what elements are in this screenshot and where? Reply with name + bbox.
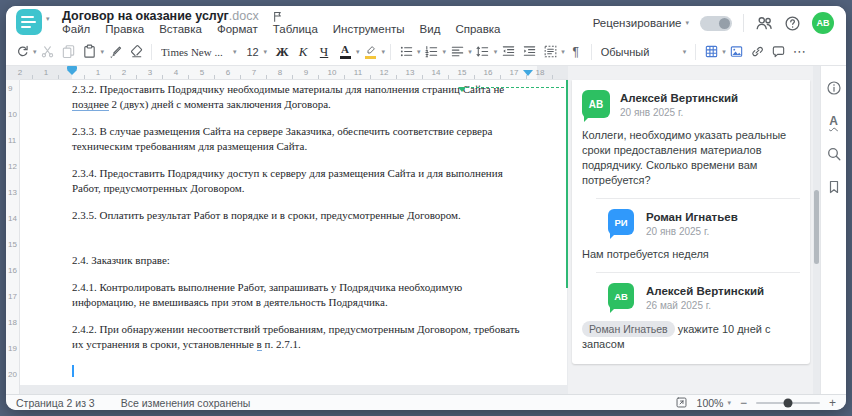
zoom-slider-handle[interactable] [783, 398, 792, 407]
format-painter-button[interactable] [105, 41, 125, 63]
comment-avatar: АВ [582, 90, 610, 118]
highlight-caret-icon[interactable]: ▾ [382, 48, 386, 56]
insert-image-button[interactable] [727, 41, 747, 63]
paste-button[interactable] [80, 41, 100, 63]
align-caret-icon[interactable]: ▾ [468, 48, 472, 56]
font-color-caret-icon[interactable]: ▾ [356, 48, 360, 56]
copy-button[interactable] [59, 41, 79, 63]
pilcrow-button[interactable]: ¶ [566, 41, 586, 63]
line-spacing-button[interactable] [473, 41, 493, 63]
zoom-slider[interactable] [756, 402, 820, 404]
insert-table-button[interactable] [701, 41, 721, 63]
menu-item[interactable]: Справка [455, 23, 500, 35]
page-indicator[interactable]: Страница 2 из 3 [16, 397, 95, 409]
highlight-button[interactable] [361, 41, 381, 63]
user-avatar[interactable]: АВ [812, 12, 834, 34]
help-icon[interactable] [784, 15, 801, 32]
font-family-select[interactable]: Times New ...▾ [157, 41, 241, 63]
ruler-number: 5 [200, 68, 204, 77]
menu-item[interactable]: Вставка [159, 23, 202, 35]
ruler-number: 9 [8, 84, 12, 93]
paragraph: 2.3.3. В случае размещения Сайта на серв… [72, 124, 558, 154]
zoom-level-select[interactable]: 100% ▾ [697, 397, 731, 409]
reply-author: Роман Игнатьев [646, 209, 738, 223]
ruler-number: 8 [278, 68, 282, 77]
paragraph: 2.4. Заказчик вправе: [72, 253, 558, 268]
paragraph-empty [72, 364, 558, 379]
insert-table-caret-icon[interactable]: ▾ [722, 48, 726, 56]
right-indent-marker[interactable] [523, 70, 533, 76]
paragraph-style-select[interactable]: Обычный▾ [597, 41, 691, 63]
flag-icon[interactable] [271, 10, 284, 23]
tracked-change: позднее [72, 98, 109, 111]
align-button[interactable] [447, 41, 467, 63]
toolbar: ▾ ▾ Times New ...▾ 12▾ Ж К Ч А ▾ ▾ [6, 38, 846, 66]
logo-menu-caret-icon[interactable]: ▾ [46, 15, 50, 23]
ruler-number: 12 [380, 68, 389, 77]
review-mode-select[interactable]: Рецензирование ▾ [593, 17, 689, 29]
ruler-number: 7 [252, 68, 256, 77]
clear-formatting-button[interactable] [126, 41, 146, 63]
menu-item[interactable]: Вид [420, 23, 441, 35]
menu-item[interactable]: Правка [105, 23, 144, 35]
document-page[interactable]: 2.3.2. Предоставить Подрядчику необходим… [20, 80, 567, 385]
mention-pill[interactable]: Роман Игнатьев [582, 321, 675, 337]
font-color-button[interactable]: А [335, 41, 355, 63]
vertical-ruler[interactable]: 91011121314151617181920 [6, 80, 20, 394]
right-sidebar: А [820, 66, 846, 394]
underline-button[interactable]: Ч [314, 41, 334, 63]
bullet-list-caret-icon[interactable]: ▾ [417, 48, 421, 56]
paragraph-settings-caret-icon[interactable]: ▾ [561, 48, 565, 56]
menu-bar: ФайлПравкаВставкаФорматТаблицаИнструмент… [62, 23, 501, 35]
title-bar: ▾ Договор на оказание услуг.docx ФайлПра… [6, 6, 846, 38]
search-icon[interactable] [824, 144, 844, 164]
info-icon[interactable] [824, 78, 844, 98]
paste-caret-icon[interactable]: ▾ [101, 48, 105, 56]
reply-avatar: РИ [608, 209, 634, 235]
ruler-number: 17 [510, 68, 519, 77]
numbered-list-button[interactable] [422, 41, 442, 63]
line-spacing-caret-icon[interactable]: ▾ [494, 48, 498, 56]
menu-item[interactable]: Таблица [273, 23, 318, 35]
spellcheck-icon[interactable]: А [824, 111, 844, 131]
fit-page-icon[interactable] [675, 396, 688, 409]
ruler-number: 18 [8, 318, 17, 327]
collaboration-icon[interactable] [755, 14, 773, 32]
review-toggle[interactable] [700, 16, 732, 31]
horizontal-ruler[interactable]: 21 123456789101112131415161718 [20, 66, 572, 80]
ruler-number: 17 [8, 292, 17, 301]
paragraph: 2.3.5. Оплатить результат Работ в порядк… [72, 208, 558, 223]
menu-item[interactable]: Инструменты [333, 23, 405, 35]
undo-button[interactable] [12, 41, 32, 63]
divider [596, 272, 800, 273]
zoom-in-button[interactable]: + [829, 397, 836, 409]
paragraph-settings-button[interactable] [540, 41, 560, 63]
comment-thread[interactable]: АВ Алексей Вертинский 20 янв 2025 г. Кол… [572, 80, 810, 364]
bold-button[interactable]: Ж [272, 41, 292, 63]
more-tools-button[interactable]: ⋯ [790, 41, 810, 63]
font-size-select[interactable]: 12▾ [242, 41, 272, 63]
ruler-number: 10 [328, 68, 337, 77]
indent-marker[interactable] [67, 66, 77, 75]
zoom-out-button[interactable]: − [740, 397, 747, 409]
ruler-number: 19 [8, 344, 17, 353]
bullet-list-button[interactable] [396, 41, 416, 63]
insert-comment-button[interactable] [769, 41, 789, 63]
numbered-list-caret-icon[interactable]: ▾ [443, 48, 447, 56]
document-title: Договор на оказание услуг [62, 9, 229, 23]
bookmark-icon[interactable] [824, 177, 844, 197]
undo-caret-icon[interactable]: ▾ [33, 48, 37, 56]
italic-button[interactable]: К [293, 41, 313, 63]
paragraph: 2.4.1. Контролировать выполнение Работ, … [72, 280, 558, 310]
document-text[interactable]: 2.3.2. Предоставить Подрядчику необходим… [72, 82, 558, 391]
menu-item[interactable]: Файл [62, 23, 90, 35]
app-logo-icon[interactable] [16, 9, 42, 35]
cut-button[interactable] [38, 41, 58, 63]
indent-button[interactable] [519, 41, 539, 63]
header-controls: Рецензирование ▾ АВ [593, 11, 834, 35]
review-mode-label: Рецензирование [593, 17, 682, 29]
outdent-button[interactable] [498, 41, 518, 63]
comments-scrollbar[interactable] [814, 190, 819, 264]
insert-link-button[interactable] [748, 41, 768, 63]
menu-item[interactable]: Формат [217, 23, 258, 35]
